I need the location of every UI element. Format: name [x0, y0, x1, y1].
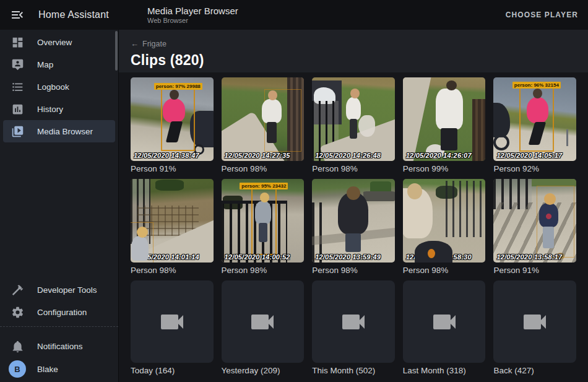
- clip-thumbnail[interactable]: 12/05/2020 14:26:07: [403, 77, 486, 161]
- folder-tile[interactable]: [312, 280, 395, 363]
- sidebar-item-history[interactable]: History: [3, 98, 115, 120]
- folder-card[interactable]: Last Month (318): [403, 280, 486, 375]
- clip-thumbnail[interactable]: 12/05/2020 13:58:30: [403, 179, 486, 263]
- folder-tile[interactable]: [222, 280, 305, 363]
- clip-thumbnail[interactable]: 12/05/2020 14:01:14: [131, 179, 214, 263]
- sidebar-item-logbook[interactable]: Logbook: [3, 76, 115, 98]
- clip-card[interactable]: person: 97% 2998812/05/2020 14:38:47Pers…: [131, 77, 214, 173]
- sidebar-nav: Overview Map Logbook History: [0, 30, 118, 142]
- folder-card[interactable]: Today (164): [131, 280, 214, 375]
- breadcrumb-label: Frigate: [142, 40, 166, 48]
- sidebar-item-label: Notifications: [37, 342, 83, 351]
- clip-card[interactable]: 12/05/2020 14:27:35Person 98%: [222, 77, 305, 173]
- sidebar-header: Home Assistant: [0, 0, 119, 30]
- sidebar-item-label: Developer Tools: [37, 285, 97, 295]
- app-title: Home Assistant: [38, 9, 109, 20]
- person-figure: [131, 236, 149, 261]
- video-icon: [157, 307, 187, 337]
- detection-label: person: 96% 32154: [512, 82, 561, 89]
- clip-caption: Person 92%: [493, 164, 576, 173]
- clip-thumbnail[interactable]: 12/05/2020 14:26:48: [312, 77, 395, 161]
- person-figure: [539, 203, 558, 227]
- clip-thumbnail[interactable]: 12/05/2020 13:58:17: [493, 179, 576, 263]
- folder-card[interactable]: This Month (502): [312, 280, 395, 375]
- gear-icon: [10, 305, 25, 319]
- clip-thumbnail[interactable]: person: 95% 2343212/05/2020 14:00:52: [222, 179, 305, 263]
- page-heading: Clips (820): [131, 52, 588, 69]
- folder-tile[interactable]: [131, 280, 214, 363]
- detection-label: person: 95% 23432: [240, 183, 288, 189]
- clip-card[interactable]: 12/05/2020 13:58:30Person 98%: [403, 179, 486, 275]
- bell-icon: [10, 339, 25, 354]
- folder-label: Back (427): [493, 366, 576, 375]
- folder-label: Last Month (318): [403, 366, 486, 375]
- sidebar-item-notifications[interactable]: Notifications: [3, 335, 115, 357]
- sidebar-item-label: History: [37, 105, 63, 114]
- person-figure: [163, 98, 185, 123]
- person-figure: [527, 97, 548, 123]
- clip-card[interactable]: 12/05/2020 13:58:17Person 91%: [493, 179, 576, 275]
- media-browser-toolbar: Media Player Browser Web Browser CHOOSE …: [119, 0, 588, 30]
- folder-tile[interactable]: [493, 280, 576, 363]
- scene-shape: [472, 99, 485, 161]
- clip-timestamp: 12/05/2020 14:27:35: [225, 152, 290, 159]
- page-subtitle: Web Browser: [147, 17, 238, 25]
- clip-caption: Person 98%: [312, 164, 395, 173]
- folder-card[interactable]: Yesterday (209): [222, 280, 305, 375]
- clip-timestamp: 12/05/2020 14:26:07: [406, 152, 472, 159]
- clip-card[interactable]: person: 95% 2343212/05/2020 14:00:52Pers…: [222, 179, 305, 275]
- clip-caption: Person 98%: [131, 266, 214, 275]
- clip-caption: Person 91%: [493, 266, 576, 275]
- scene-shape: [363, 191, 395, 201]
- clips-grid: person: 97% 2998812/05/2020 14:38:47Pers…: [119, 72, 588, 375]
- breadcrumb-back[interactable]: ← Frigate: [131, 39, 166, 48]
- clip-caption: Person 91%: [131, 164, 214, 173]
- sidebar-item-overview[interactable]: Overview: [3, 31, 115, 53]
- sidebar-scrollbar[interactable]: [115, 31, 118, 71]
- clip-thumbnail[interactable]: 12/05/2020 14:27:35: [222, 77, 305, 161]
- clip-caption: Person 98%: [222, 164, 305, 173]
- detection-label: person: 97% 29988: [154, 83, 202, 90]
- person-figure: [338, 193, 368, 235]
- clip-card[interactable]: person: 96% 3215412/05/2020 14:05:17Pers…: [493, 77, 576, 173]
- sidebar-item-label: Logbook: [37, 82, 69, 92]
- clip-card[interactable]: 12/05/2020 14:26:48Person 98%: [312, 77, 395, 173]
- scene-shape: [155, 180, 183, 191]
- clip-thumbnail[interactable]: person: 97% 2998812/05/2020 14:38:47: [131, 77, 214, 161]
- clip-card[interactable]: 12/05/2020 13:59:49Person 98%: [312, 179, 395, 275]
- folder-tile[interactable]: [403, 280, 486, 363]
- sidebar-item-developer-tools[interactable]: Developer Tools: [3, 279, 115, 301]
- sidebar-item-profile[interactable]: B Blake: [3, 357, 115, 381]
- sidebar-item-label: Configuration: [37, 308, 87, 317]
- sidebar-item-media-browser[interactable]: Media Browser: [3, 120, 115, 142]
- sidebar: Overview Map Logbook History: [0, 30, 119, 382]
- clip-card[interactable]: 12/05/2020 14:26:07Person 99%: [403, 77, 486, 173]
- menu-open-icon[interactable]: [10, 7, 25, 22]
- format-list-bulleted-icon: [10, 79, 25, 94]
- clip-timestamp: 12/05/2020 14:00:52: [225, 253, 290, 261]
- clip-timestamp: 12/05/2020 14:05:17: [496, 152, 562, 159]
- sidebar-divider: [0, 326, 118, 327]
- clip-timestamp: 12/05/2020 14:38:47: [134, 152, 199, 159]
- clip-card[interactable]: 12/05/2020 14:01:14Person 98%: [131, 179, 214, 275]
- home-assistant-window: Home Assistant Media Player Browser Web …: [0, 0, 588, 382]
- play-box-multiple-icon: [10, 124, 25, 139]
- avatar: B: [9, 360, 26, 378]
- clip-caption: Person 99%: [403, 164, 486, 173]
- scene-shape: [428, 249, 435, 258]
- folder-card[interactable]: Back (427): [493, 280, 576, 375]
- media-browser-content: ← Frigate Clips (820) person: 97% 299881…: [119, 30, 588, 382]
- person-figure: [262, 99, 282, 123]
- sidebar-item-label: Map: [37, 60, 53, 69]
- video-icon: [339, 307, 368, 337]
- clip-thumbnail[interactable]: 12/05/2020 13:59:49: [312, 179, 395, 263]
- sidebar-item-map[interactable]: Map: [3, 53, 115, 76]
- sidebar-item-configuration[interactable]: Configuration: [3, 301, 115, 323]
- choose-player-button[interactable]: CHOOSE PLAYER: [504, 6, 579, 24]
- top-bar: Home Assistant Media Player Browser Web …: [0, 0, 588, 30]
- profile-name: Blake: [37, 365, 58, 374]
- back-arrow-icon: ←: [131, 39, 139, 48]
- sidebar-item-label: Media Browser: [37, 127, 93, 136]
- clip-thumbnail[interactable]: person: 96% 3215412/05/2020 14:05:17: [493, 77, 576, 161]
- clip-timestamp: 12/05/2020 13:59:49: [315, 253, 381, 261]
